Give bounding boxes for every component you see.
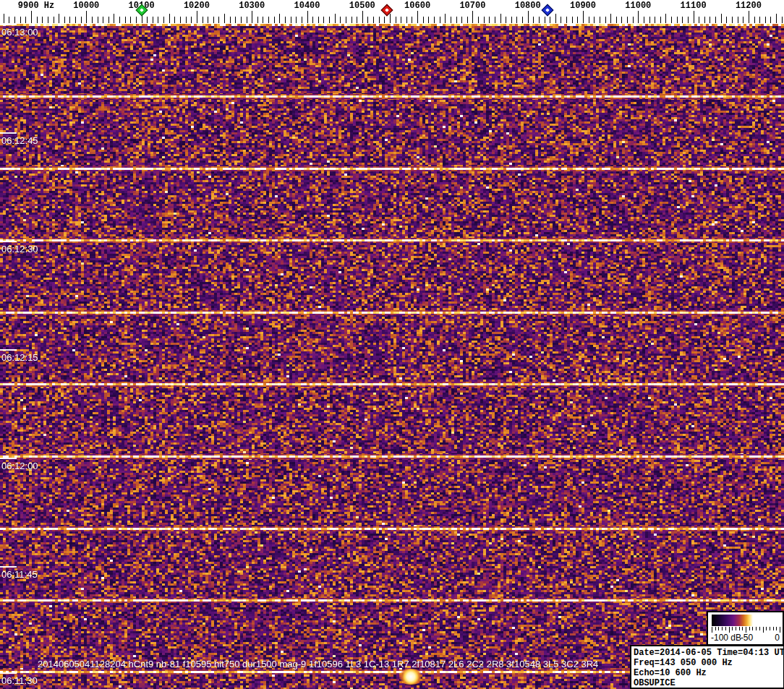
time-label-06-12-30: 06:12:30 [1,244,38,254]
db-tick [780,627,780,633]
db-tick [770,627,770,630]
time-tick-mark [0,566,17,568]
db-tick [739,627,740,630]
time-tick-mark [0,24,17,25]
time-label-06-11-45: 06:11:45 [1,569,38,580]
info-date-time: Date=2014-06-05 Time=04:13 UTC [634,648,783,658]
info-echo-frequency: Echo=10 600 Hz [634,668,783,678]
db-tick [725,627,726,630]
waterfall-spectrogram-canvas [0,0,784,689]
db-tick [773,627,774,630]
time-tick-mark [0,349,17,351]
freq-label-11100: 11100 [681,1,707,11]
freq-label-10800: 10800 [515,1,541,11]
marker-red-diamond[interactable] [381,4,393,17]
db-color-scale-legend: -100 dB -50 0 [707,611,784,646]
detection-log-text: 20140605041128204 hCnt9 nb-81 f10595 hit… [38,659,598,669]
marker-red-diamond-dot [385,8,389,12]
time-label-06-12-15: 06:12:15 [1,352,38,363]
db-tick [759,627,760,630]
time-label-06-12-00: 06:12:00 [1,461,38,471]
freq-label-10300: 10300 [239,1,265,11]
db-tick [763,627,764,633]
db-tick [715,627,716,630]
freq-label-10200: 10200 [184,1,210,11]
db-tick [746,627,746,633]
freq-label-11200: 11200 [736,1,762,11]
db-tick [712,627,712,633]
db-mid-label: -50 [741,633,753,643]
db-gradient-bar [712,615,780,626]
db-scale-labels: -100 dB -50 0 [708,633,783,643]
freq-label-11000: 11000 [625,1,651,11]
info-station-name: OBSUPICE [634,678,783,688]
db-tick [718,627,719,630]
freq-label-10500: 10500 [349,1,375,11]
db-tick [729,627,730,633]
db-tick [756,627,757,630]
radio-meteor-spectrogram-screen: 9900 Hz100001010010200103001040010500106… [0,0,784,689]
db-tick [722,627,723,630]
info-frequency: Freq=143 050 000 Hz [634,658,783,668]
db-tick [742,627,743,630]
db-tick [732,627,733,630]
frequency-ruler: 9900 Hz100001010010200103001040010500106… [0,0,784,24]
db-tick [766,627,767,630]
time-label-06-13-00: 06:13:00 [1,27,38,38]
marker-blue-diamond[interactable] [542,4,554,17]
db-tick [776,627,777,630]
db-min-label: -100 dB [711,633,741,643]
db-tick [752,627,753,630]
observation-info-box: Date=2014-06-05 Time=04:13 UTC Freq=143 … [630,645,784,689]
time-label-06-12-45: 06:12:45 [1,135,38,146]
marker-green-diamond-dot [140,8,144,12]
freq-label-10000: 10000 [73,1,99,11]
freq-label-9900: 9900 Hz [18,1,54,11]
db-tick [749,627,750,630]
freq-label-10900: 10900 [570,1,596,11]
freq-label-10700: 10700 [459,1,485,11]
time-label-06-11-30: 06:11:30 [1,675,38,686]
db-max-label: 0 [775,633,780,643]
time-tick-mark [0,241,17,242]
freq-label-10400: 10400 [294,1,320,11]
freq-label-10600: 10600 [404,1,430,11]
marker-blue-diamond-dot [545,8,550,12]
time-tick-mark [0,672,17,674]
time-tick-mark [0,458,17,459]
db-tick [736,627,736,630]
time-tick-mark [0,132,17,134]
